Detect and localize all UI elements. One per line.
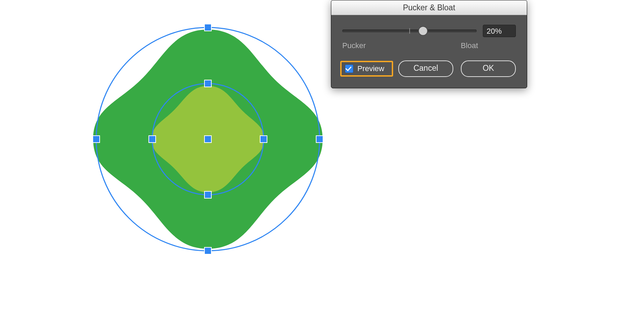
dialog-controls-row: Preview Cancel OK (342, 60, 516, 77)
amount-slider-row: 20% (342, 25, 516, 37)
preview-label[interactable]: Preview (357, 64, 384, 73)
pucker-bloat-dialog: Pucker & Bloat 20% Pucker Bloat Preview … (331, 0, 527, 88)
amount-slider[interactable] (342, 30, 477, 32)
cancel-button[interactable]: Cancel (398, 60, 453, 77)
canvas-area (0, 0, 644, 314)
preview-checkbox[interactable] (345, 65, 353, 73)
selection-handle[interactable] (204, 247, 212, 255)
selection-handle[interactable] (204, 191, 212, 199)
slider-knob[interactable] (418, 26, 428, 36)
selection-handle[interactable] (92, 135, 100, 143)
artwork-shapes (40, 3, 380, 280)
pucker-label: Pucker (342, 41, 366, 50)
selection-handle[interactable] (204, 24, 212, 31)
dialog-body: 20% Pucker Bloat Preview Cancel OK (331, 15, 527, 88)
selection-handle[interactable] (260, 135, 267, 143)
slider-axis-labels: Pucker Bloat (342, 41, 516, 50)
slider-center-tick (409, 28, 410, 34)
amount-input[interactable]: 20% (483, 25, 516, 37)
bloat-label: Bloat (461, 41, 478, 50)
ok-button[interactable]: OK (461, 60, 516, 77)
selection-center-point[interactable] (204, 135, 212, 143)
selection-handle[interactable] (148, 135, 156, 143)
selection-handle[interactable] (204, 80, 212, 87)
preview-highlight: Preview (340, 61, 393, 77)
dialog-title[interactable]: Pucker & Bloat (331, 0, 527, 15)
selection-handle[interactable] (316, 135, 323, 143)
dialog-buttons: Cancel OK (398, 60, 516, 77)
